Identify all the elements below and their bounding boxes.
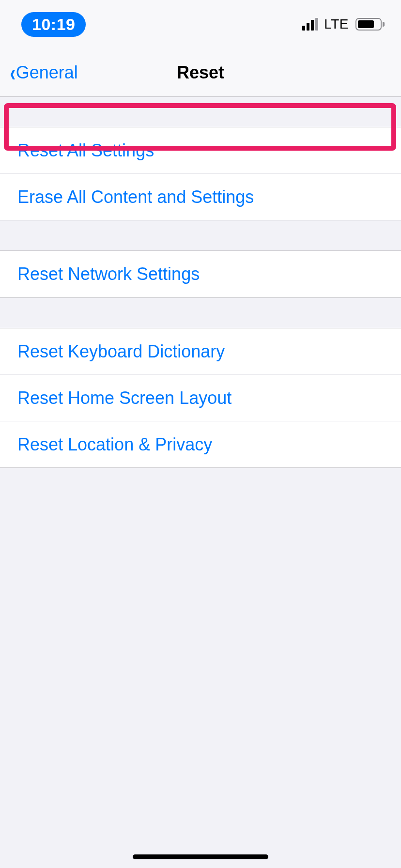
chevron-left-icon: ‹ xyxy=(10,61,15,85)
row-label: Reset All Settings xyxy=(17,140,154,160)
back-button[interactable]: ‹ General xyxy=(0,61,78,85)
row-label: Reset Location & Privacy xyxy=(17,434,212,454)
home-indicator[interactable] xyxy=(133,854,268,859)
battery-icon xyxy=(355,18,385,31)
row-label: Erase All Content and Settings xyxy=(17,187,254,207)
cellular-signal-icon xyxy=(302,18,318,31)
reset-all-settings-row[interactable]: Reset All Settings xyxy=(0,127,401,173)
content-area: Reset All Settings Erase All Content and… xyxy=(0,97,401,468)
status-right: LTE xyxy=(302,16,385,32)
reset-home-screen-layout-row[interactable]: Reset Home Screen Layout xyxy=(0,374,401,421)
group-spacer xyxy=(0,298,401,328)
group-spacer xyxy=(0,97,401,127)
status-time: 10:19 xyxy=(32,15,75,33)
status-bar: 10:19 LTE xyxy=(0,0,401,48)
status-time-pill[interactable]: 10:19 xyxy=(21,12,86,37)
reset-network-settings-row[interactable]: Reset Network Settings xyxy=(0,251,401,297)
network-type-label: LTE xyxy=(324,16,349,32)
reset-location-privacy-row[interactable]: Reset Location & Privacy xyxy=(0,421,401,467)
settings-group: Reset Keyboard Dictionary Reset Home Scr… xyxy=(0,328,401,468)
row-label: Reset Keyboard Dictionary xyxy=(17,341,225,361)
settings-group: Reset All Settings Erase All Content and… xyxy=(0,127,401,220)
erase-all-content-row[interactable]: Erase All Content and Settings xyxy=(0,173,401,220)
nav-bar: ‹ General Reset xyxy=(0,48,401,97)
back-button-label: General xyxy=(16,62,78,83)
group-spacer xyxy=(0,220,401,250)
reset-keyboard-dictionary-row[interactable]: Reset Keyboard Dictionary xyxy=(0,328,401,374)
row-label: Reset Network Settings xyxy=(17,264,200,284)
settings-group: Reset Network Settings xyxy=(0,250,401,297)
row-label: Reset Home Screen Layout xyxy=(17,388,231,408)
page-title: Reset xyxy=(177,62,224,83)
